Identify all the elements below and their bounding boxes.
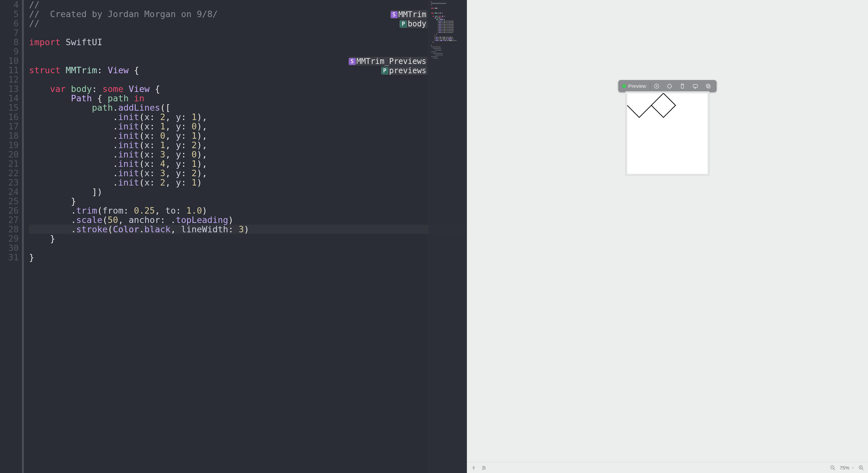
live-preview-button[interactable] [650,82,663,91]
zoom-out-icon [830,465,836,471]
code-line[interactable]: var body: some View { [29,84,467,94]
zoom-level-label: 75% [840,465,849,470]
editor-pane[interactable]: 4567891011121314151617181920212223242526… [0,0,467,473]
code-line[interactable] [29,47,467,56]
line-number: 17 [0,122,19,131]
zoom-out-button[interactable] [829,464,836,471]
preview-status-pill[interactable]: Preview [620,82,650,90]
code-line[interactable]: .init(x: 4, y: 1), [29,159,467,169]
line-number: 20 [0,150,19,159]
line-number: 25 [0,197,19,206]
code-line[interactable] [29,75,467,84]
svg-point-16 [484,467,485,468]
code-line[interactable]: } [29,253,467,262]
line-number: 29 [0,234,19,243]
preview-label: Preview [628,83,646,89]
code-line[interactable]: path.addLines([ [29,103,467,112]
svg-rect-11 [707,84,709,87]
path-stroke [627,93,676,117]
play-circle-icon [654,83,660,89]
line-number: 11 [0,65,19,75]
minimap[interactable] [428,0,467,473]
svg-line-23 [862,469,864,470]
code-line[interactable]: .init(x: 2, y: 1), [29,112,467,122]
svg-point-18 [483,469,484,469]
chevron-down-icon [851,466,855,469]
line-number: 7 [0,28,19,37]
code-line[interactable]: } [29,197,467,206]
line-number: 5 [0,9,19,19]
line-number: 12 [0,75,19,84]
line-number: 30 [0,243,19,253]
line-number: 6 [0,19,19,28]
svg-rect-12 [707,85,710,88]
zoom-in-icon [858,465,864,471]
symbol-tag-struct[interactable]: SMMTrim [390,10,428,19]
struct-badge-icon: S [391,11,398,18]
preview-canvas[interactable] [625,91,710,176]
status-dot-icon [622,84,626,88]
pin-icon [471,465,476,470]
property-badge-icon: P [381,67,388,74]
sliders-icon [482,465,487,470]
device-icon [680,83,685,89]
code-line[interactable] [29,243,467,253]
device-settings-button[interactable] [676,82,689,91]
line-number: 13 [0,84,19,94]
line-number: 14 [0,94,19,103]
line-number: 24 [0,187,19,197]
code-line[interactable]: .init(x: 2, y: 1) [29,178,467,187]
zoom-in-button[interactable] [858,464,865,471]
inspect-button[interactable] [663,82,676,91]
code-line[interactable]: .init(x: 3, y: 0), [29,150,467,159]
svg-point-14 [483,466,484,467]
code-line[interactable]: } [29,234,467,243]
line-number: 31 [0,253,19,262]
line-number: 26 [0,206,19,215]
symbol-tag-label: MMTrim_Previews [356,57,427,66]
line-number: 23 [0,178,19,187]
code-line[interactable]: .init(x: 3, y: 2), [29,169,467,178]
line-number: 18 [0,131,19,140]
line-number: 21 [0,159,19,169]
line-number: 22 [0,169,19,178]
line-number: 9 [0,47,19,56]
code-line[interactable]: .init(x: 1, y: 0), [29,122,467,131]
line-number: 8 [0,37,19,47]
preview-bottom-bar: 75% [467,462,868,473]
line-number: 28 [0,225,19,234]
symbol-tag-label: MMTrim [399,10,427,19]
pin-preview-button[interactable] [470,464,477,471]
preview-options-button[interactable] [480,464,488,471]
symbol-tag-property[interactable]: Ppreviews [381,66,428,75]
code-line[interactable]: // [29,0,467,9]
code-line[interactable] [29,28,467,37]
svg-rect-8 [693,85,698,87]
code-line[interactable]: .init(x: 0, y: 1), [29,131,467,140]
line-number: 4 [0,0,19,9]
line-number: 27 [0,215,19,225]
symbol-tag-label: previews [389,66,427,75]
symbol-tag-label: body [408,19,426,28]
code-line[interactable]: import SwiftUI [29,37,467,47]
rendered-path [627,93,708,174]
line-number: 19 [0,140,19,150]
preview-canvas-inner [627,93,708,174]
struct-badge-icon: S [349,58,355,65]
line-number-gutter: 4567891011121314151617181920212223242526… [0,0,22,473]
monitor-icon [692,83,699,89]
code-line[interactable]: .trim(from: 0.25, to: 1.0) [29,206,467,215]
code-line[interactable]: .init(x: 1, y: 2), [29,140,467,150]
preview-toolbar: Preview [618,80,717,92]
code-line[interactable]: .scale(50, anchor: .topLeading) [29,215,467,225]
code-line[interactable]: .stroke(Color.black, lineWidth: 3) [29,225,467,234]
preview-on-device-button[interactable] [689,82,702,91]
code-line[interactable]: ]) [29,187,467,197]
duplicate-preview-button[interactable] [702,82,715,91]
zoom-level-dropdown[interactable]: 75% [840,465,855,470]
code-line[interactable]: Path { path in [29,94,467,103]
symbol-tag-struct[interactable]: SMMTrim_Previews [348,57,428,66]
duplicate-icon [706,83,711,89]
preview-pane: Preview [467,0,868,473]
symbol-tag-property[interactable]: Pbody [399,19,428,28]
